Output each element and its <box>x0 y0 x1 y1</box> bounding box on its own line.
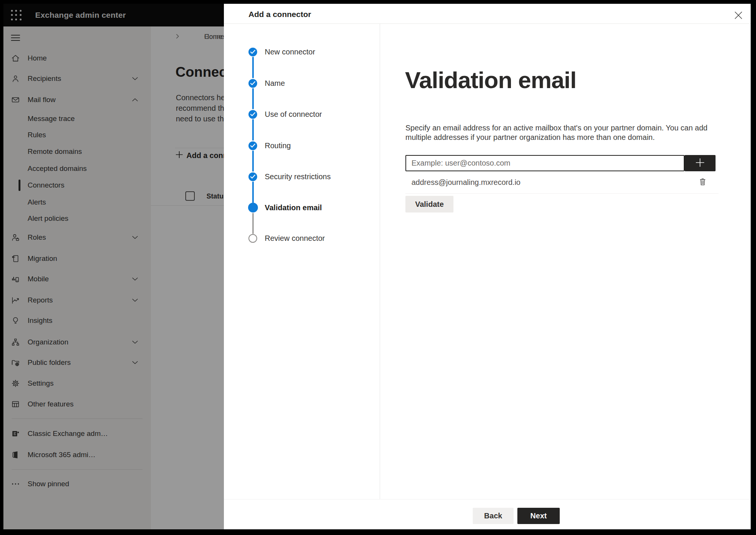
step-completed-icon <box>248 48 257 56</box>
step-description: Specify an email address for an active m… <box>405 123 708 142</box>
step-description-line: Specify an email address for an active m… <box>405 123 708 133</box>
email-address-row: address@journaling.mxrecord.io <box>405 171 719 194</box>
close-icon <box>734 11 742 20</box>
step-description-line: multiple addresses if your partner organ… <box>405 133 708 142</box>
plus-icon <box>694 157 706 169</box>
step-connector-line <box>252 88 254 109</box>
step-completed-icon <box>248 79 257 88</box>
step-review-connector[interactable]: Review connector <box>265 234 325 243</box>
close-button[interactable] <box>731 9 745 23</box>
step-validation-email[interactable]: Validation email <box>265 203 322 212</box>
validate-button[interactable]: Validate <box>405 196 453 212</box>
step-routing[interactable]: Routing <box>265 141 291 150</box>
add-email-button[interactable] <box>685 155 716 171</box>
step-new-connector[interactable]: New connector <box>265 48 315 56</box>
step-connector-line <box>252 213 254 234</box>
delete-address-button[interactable] <box>697 176 709 188</box>
step-current-icon <box>248 203 258 212</box>
dialog-footer: Back Next <box>224 499 751 529</box>
step-security-restrictions[interactable]: Security restrictions <box>265 172 331 181</box>
wizard-stepper: New connector Name Use of connector Rout… <box>224 24 380 499</box>
add-connector-dialog: Add a connector New connector Name Use o… <box>224 4 751 529</box>
step-connector-line <box>252 150 254 172</box>
step-name[interactable]: Name <box>265 79 285 88</box>
step-connector-line <box>252 57 254 78</box>
dialog-header: Add a connector <box>224 4 751 24</box>
step-connector-line <box>252 119 254 141</box>
step-heading: Validation email <box>405 67 576 93</box>
step-upcoming-icon <box>248 234 257 243</box>
trash-icon <box>699 177 707 188</box>
next-button[interactable]: Next <box>517 508 560 524</box>
email-address-value: address@journaling.mxrecord.io <box>411 178 520 187</box>
dialog-title: Add a connector <box>248 4 311 24</box>
step-use-of-connector[interactable]: Use of connector <box>265 110 322 119</box>
back-button[interactable]: Back <box>473 508 514 524</box>
step-connector-line <box>252 181 254 203</box>
step-completed-icon <box>248 172 257 181</box>
step-completed-icon <box>248 110 257 119</box>
validation-email-input[interactable] <box>405 155 685 171</box>
step-completed-icon <box>248 141 257 150</box>
